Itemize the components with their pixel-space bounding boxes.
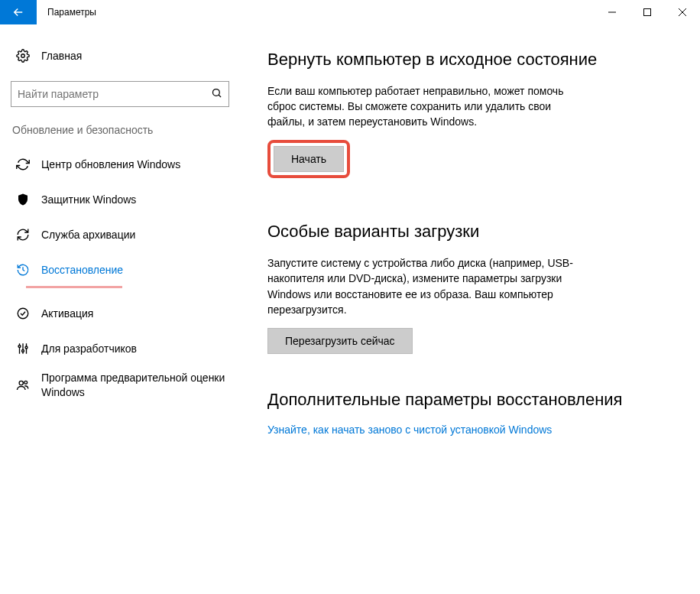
- sidebar-item-activation[interactable]: Активация: [11, 296, 229, 331]
- svg-point-15: [24, 381, 28, 384]
- svg-point-9: [18, 346, 21, 348]
- svg-point-13: [25, 346, 28, 349]
- section-advanced-startup: Особые варианты загрузки Запустите систе…: [267, 221, 669, 354]
- sidebar-item-label: Программа предварительной оценки Windows: [34, 371, 228, 400]
- home-label: Главная: [34, 50, 82, 62]
- back-button[interactable]: [0, 0, 37, 24]
- search-input[interactable]: [18, 88, 211, 100]
- sidebar-item-recovery[interactable]: Восстановление: [11, 252, 229, 287]
- history-icon: [12, 263, 34, 277]
- svg-point-4: [21, 54, 25, 58]
- sync-icon: [12, 157, 34, 171]
- svg-point-11: [22, 350, 24, 352]
- reset-start-button[interactable]: Начать: [274, 146, 344, 172]
- sidebar-item-windows-update[interactable]: Центр обновления Windows: [11, 147, 229, 182]
- sidebar-item-label: Центр обновления Windows: [34, 157, 180, 172]
- sidebar-item-backup[interactable]: Служба архивации: [11, 217, 229, 252]
- sidebar-item-label: Восстановление: [34, 263, 123, 278]
- people-icon: [12, 378, 34, 392]
- search-box[interactable]: [11, 81, 229, 107]
- home-button[interactable]: Главная: [11, 40, 229, 72]
- svg-point-14: [19, 381, 23, 385]
- titlebar: Параметры: [0, 0, 700, 24]
- shield-icon: [12, 193, 34, 206]
- window-title: Параметры: [37, 0, 595, 24]
- advanced-startup-description: Запустите систему с устройства либо диск…: [267, 255, 588, 317]
- sidebar-item-label: Служба архивации: [34, 228, 135, 242]
- close-button[interactable]: [665, 0, 700, 24]
- sidebar: Главная Обновление и безопасность Центр …: [0, 40, 245, 594]
- refresh-icon: [12, 228, 34, 242]
- sidebar-item-label: Защитник Windows: [34, 193, 136, 207]
- svg-point-5: [213, 89, 220, 96]
- section-reset: Вернуть компьютер в исходное состояние Е…: [267, 49, 669, 186]
- reset-heading: Вернуть компьютер в исходное состояние: [267, 49, 669, 71]
- sidebar-item-developers[interactable]: Для разработчиков: [11, 331, 229, 366]
- annotation-highlight: Начать: [267, 140, 350, 178]
- reset-description: Если ваш компьютер работает неправильно,…: [267, 83, 588, 130]
- restart-now-button[interactable]: Перезагрузить сейчас: [267, 328, 413, 354]
- arrow-left-icon: [11, 5, 25, 19]
- minimize-button[interactable]: [595, 0, 630, 24]
- more-recovery-heading: Дополнительные параметры восстановления: [267, 389, 669, 411]
- maximize-button[interactable]: [630, 0, 665, 24]
- window-controls: [595, 0, 700, 24]
- fresh-start-link[interactable]: Узнайте, как начать заново с чистой уста…: [267, 424, 669, 436]
- sidebar-item-label: Для разработчиков: [34, 342, 137, 356]
- svg-point-7: [18, 308, 28, 319]
- sidebar-item-label: Активация: [34, 307, 93, 321]
- section-more-recovery: Дополнительные параметры восстановления …: [267, 389, 669, 436]
- svg-rect-1: [644, 9, 651, 16]
- gear-icon: [12, 49, 34, 63]
- svg-line-6: [219, 95, 221, 97]
- sidebar-item-insider[interactable]: Программа предварительной оценки Windows: [11, 366, 229, 404]
- main-content: Вернуть компьютер в исходное состояние Е…: [245, 40, 700, 594]
- advanced-startup-heading: Особые варианты загрузки: [267, 221, 669, 243]
- sliders-icon: [12, 342, 34, 355]
- check-circle-icon: [12, 307, 34, 320]
- sidebar-item-defender[interactable]: Защитник Windows: [11, 182, 229, 217]
- category-header: Обновление и безопасность: [11, 124, 229, 136]
- search-icon: [211, 87, 222, 101]
